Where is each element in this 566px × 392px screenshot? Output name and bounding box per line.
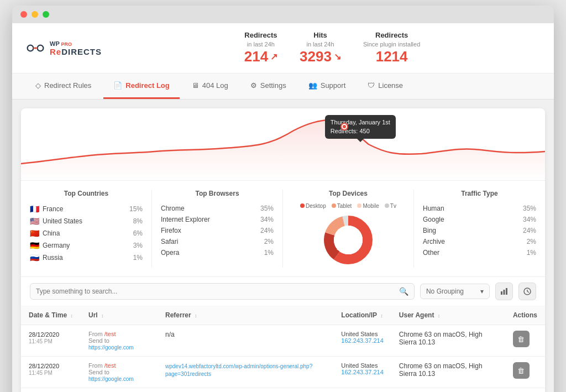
sort-icon: ↕ — [70, 313, 73, 318]
svg-point-1 — [38, 45, 44, 51]
logo-text: WP PRO ReDIRECTS — [50, 40, 102, 56]
close-dot[interactable] — [20, 11, 27, 18]
date-text: 28/12/2020 — [29, 363, 59, 369]
search-input[interactable] — [36, 288, 395, 295]
stat-arrow-redirects: ↗ — [270, 51, 277, 62]
list-item: 🇩🇪Germany 3% — [30, 239, 143, 252]
list-item: Bing24% — [423, 225, 536, 236]
tab-label-support: Support — [321, 81, 346, 90]
maximize-dot[interactable] — [43, 11, 49, 18]
tab-redirect-rules[interactable]: ◇ Redirect Rules — [25, 74, 101, 99]
table-row: 28/12/2020 11:45 PM From /test Send to h… — [21, 357, 545, 388]
cell-actions: 🗑 — [505, 357, 545, 388]
svg-rect-13 — [504, 290, 505, 295]
stat-hits-24h: Hits in last 24h 3293 ↘ — [300, 31, 341, 65]
grouping-select[interactable]: No Grouping ▾ — [420, 284, 490, 299]
legend-tv: Tv — [385, 203, 396, 209]
col-user-agent: User Agent ↕ — [391, 306, 505, 325]
col-actions: Actions — [505, 306, 545, 325]
svg-rect-12 — [501, 291, 502, 295]
top-browsers-col: Top Browsers Chrome35% Internet Explorer… — [152, 190, 283, 268]
chart-view-button[interactable] — [495, 283, 513, 300]
tab-settings[interactable]: ⚙ Settings — [240, 74, 296, 99]
chart-area-fill — [21, 119, 545, 180]
shield-icon: 🛡 — [368, 81, 375, 90]
logo-icon — [25, 38, 45, 58]
referrer-text: n/a — [165, 331, 175, 338]
search-icon: 🔍 — [399, 287, 408, 296]
list-item: Google34% — [423, 214, 536, 225]
tab-redirect-log[interactable]: 📄 Redirect Log — [103, 74, 179, 99]
tab-label-license: License — [378, 81, 403, 90]
cell-location-ip: United States 162.243.37.214 — [333, 388, 391, 392]
bar-chart-icon — [500, 288, 508, 295]
col-referrer: Referrer ↕ — [158, 306, 333, 325]
col-location-ip: Location/IP ↕ — [333, 306, 391, 325]
minimize-dot[interactable] — [32, 11, 38, 18]
list-item: Opera1% — [161, 247, 274, 258]
from-url-link[interactable]: /test — [104, 331, 116, 337]
chart-area: Thursday, January 1st Redirects: 450 — [21, 108, 545, 180]
delete-button[interactable]: 🗑 — [513, 362, 530, 379]
gear-icon: ⚙ — [250, 81, 257, 90]
referrer-link[interactable]: wpdev14.webfactoryltd.com/wp-admin/optio… — [165, 363, 312, 377]
send-url-link[interactable]: https://google.com — [88, 344, 134, 351]
header: WP PRO ReDIRECTS Redirects in last 24h 2… — [12, 23, 554, 74]
date-text: 28/12/2020 — [29, 331, 59, 338]
donut-legend: Desktop Tablet Mobile Tv — [300, 203, 396, 209]
stats-group: Redirects in last 24h 214 ↗ Hits in last… — [124, 31, 541, 65]
tooltip-date: Thursday, January 1st — [331, 118, 390, 127]
stat-label-total: Redirects — [363, 31, 420, 40]
col-url: Url ↕ — [81, 306, 158, 325]
stat-redirects-24h: Redirects in last 24h 214 ↗ — [244, 31, 277, 65]
donut-chart: 20% 60% 16% — [321, 212, 376, 268]
list-item: 🇺🇸United States 8% — [30, 215, 143, 227]
list-item: Internet Explorer34% — [161, 214, 274, 225]
top-countries-col: Top Countries 🇫🇷France 15% 🇺🇸United Stat… — [21, 190, 152, 268]
server-icon: 🖥 — [192, 81, 199, 90]
delete-button[interactable]: 🗑 — [513, 331, 530, 347]
tab-404-log[interactable]: 🖥 404 Log — [182, 74, 238, 99]
tab-label-settings: Settings — [260, 81, 286, 90]
stat-label-redirects: Redirects — [244, 31, 277, 40]
traffic-type-list: Human35% Google34% Bing24% Archive2% Oth… — [423, 203, 536, 258]
svg-line-17 — [527, 291, 529, 292]
svg-point-0 — [28, 45, 34, 51]
line-chart-svg — [21, 114, 545, 180]
tab-license[interactable]: 🛡 License — [358, 74, 413, 99]
cell-url: From /test Send to https://google.com — [81, 325, 158, 357]
stat-arrow-hits: ↘ — [334, 51, 341, 62]
search-box[interactable]: 🔍 — [30, 283, 415, 300]
user-agent-text: Chrome 63 on macOS, High Sierra 10.13 — [399, 362, 483, 378]
svg-point-3 — [34, 47, 36, 49]
traffic-type-title: Traffic Type — [423, 190, 536, 197]
stat-sublabel-total: Since plugin installed — [363, 41, 420, 48]
table-row: 28/12/2020 11:45 PM From /test Send to h… — [21, 388, 545, 392]
diamond-icon: ◇ — [35, 81, 41, 90]
location-text: United States — [341, 362, 383, 369]
from-url-link[interactable]: /test — [104, 362, 116, 369]
col-datetime: Date & Time ↕ — [21, 306, 81, 325]
svg-rect-14 — [506, 288, 507, 295]
sort-icon: ↕ — [101, 313, 104, 318]
chart-dot — [342, 124, 347, 129]
people-icon: 👥 — [308, 81, 317, 90]
legend-mobile: Mobile — [357, 203, 379, 209]
send-url-link[interactable]: https://google.com — [88, 376, 134, 382]
cell-user-agent: Chrome 63 on macOS, High Sierra 10.13 — [391, 357, 505, 388]
chevron-down-icon: ▾ — [480, 288, 484, 295]
list-item: Chrome35% — [161, 203, 274, 214]
donut-container: Desktop Tablet Mobile Tv — [292, 203, 405, 268]
content-area: Thursday, January 1st Redirects: 450 — [21, 108, 545, 392]
legend-desktop: Desktop — [300, 203, 326, 209]
table-header-row: Date & Time ↕ Url ↕ Referrer ↕ Location/… — [21, 306, 545, 325]
svg-text:60%: 60% — [344, 239, 353, 244]
flag-germany: 🇩🇪 — [30, 241, 39, 250]
ip-text: 162.243.37.214 — [341, 337, 383, 344]
top-countries-title: Top Countries — [30, 190, 143, 197]
tab-label-redirect-log: Redirect Log — [125, 81, 169, 90]
tab-support[interactable]: 👥 Support — [298, 74, 356, 99]
cell-datetime: 28/12/2020 11:45 PM — [21, 357, 81, 388]
traffic-type-col: Traffic Type Human35% Google34% Bing24% … — [414, 190, 545, 268]
clock-filter-button[interactable] — [518, 283, 536, 300]
